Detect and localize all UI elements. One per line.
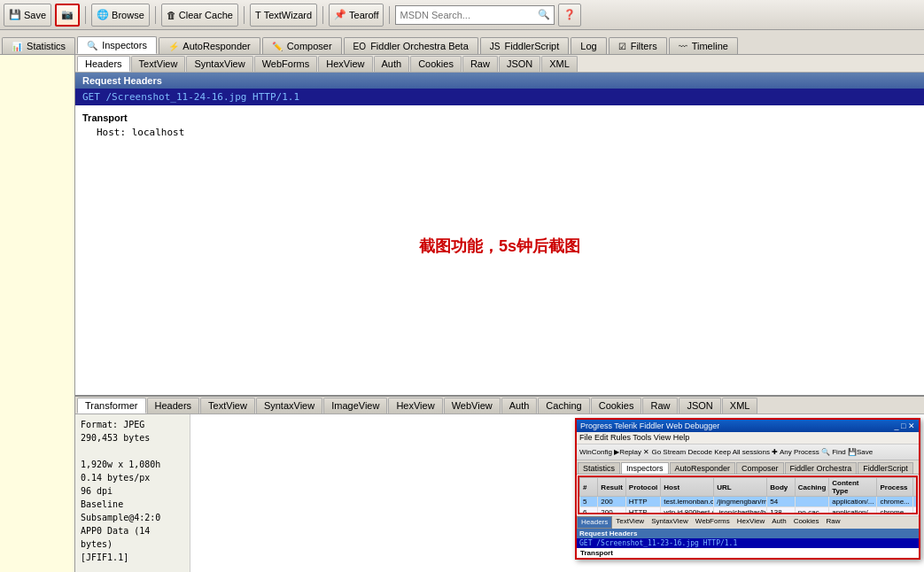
nested-tab-orchestra[interactable]: Fiddler Orchestra: [785, 462, 858, 474]
sub-tab-headers[interactable]: Headers: [77, 56, 130, 72]
nested-syntaxview-tab[interactable]: SyntaxView: [648, 516, 692, 529]
bottom-info-panel: Format: JPEG 290,453 bytes 1,920w x 1,08…: [75, 414, 190, 572]
bottom-panel: Transformer Headers TextView SyntaxView …: [75, 395, 924, 572]
filters-icon: ☑: [618, 42, 626, 51]
sub-tab-webforms[interactable]: WebForms: [254, 56, 318, 72]
sub-tab-cookies-bot[interactable]: Cookies: [591, 398, 642, 414]
nested-headers-tab[interactable]: Headers: [577, 516, 612, 529]
tab-timeline[interactable]: 〰 Timeline: [669, 37, 738, 54]
nested-fiddler-window: Progress Telerik Fiddler Web Debugger _ …: [575, 418, 920, 560]
nested-tab-autoresponder[interactable]: AutoResponder: [670, 462, 736, 474]
nested-tab-inspectors[interactable]: Inspectors: [621, 462, 669, 474]
sub-tab-raw[interactable]: Raw: [462, 56, 498, 72]
help-icon: ❓: [563, 9, 576, 20]
nested-webforms-tab[interactable]: WebForms: [692, 516, 734, 529]
sub-tab-xml[interactable]: XML: [541, 56, 578, 72]
info-line-11: [JFIF1.1]: [81, 551, 184, 564]
browse-icon: 🌐: [97, 9, 109, 20]
request-line: GET /Screenshot_11-24-16.jpg HTTP/1.1: [75, 89, 924, 105]
sub-tab-json-bot[interactable]: JSON: [679, 398, 720, 414]
timeline-icon: 〰: [679, 42, 687, 51]
autoresponder-icon: ⚡: [168, 42, 179, 51]
sub-tab-syntaxview-bot[interactable]: SyntaxView: [256, 398, 322, 414]
nested-tab-fiddlerscript[interactable]: FiddlerScript: [858, 462, 913, 474]
nested-main-area: # Result Protocol Host URL Body Caching: [577, 475, 919, 558]
sub-tab-cookies[interactable]: Cookies: [410, 56, 462, 72]
sub-tab-textview-bot[interactable]: TextView: [200, 398, 255, 414]
nested-req-line: GET /Screenshot_11-23-16.jpg HTTP/1.1: [577, 538, 919, 548]
tab-filters[interactable]: ☑ Filters: [609, 37, 667, 54]
watermark-area: 截图功能，5s钟后截图: [419, 236, 580, 257]
info-line-9: APP0 Data (14: [81, 524, 184, 537]
nested-tab-statistics[interactable]: Statistics: [578, 462, 620, 474]
help-button[interactable]: ❓: [558, 4, 581, 27]
nested-auth-tab[interactable]: Auth: [768, 516, 789, 529]
separator1: [85, 6, 86, 24]
tab-statistics[interactable]: 📊 Statistics: [2, 37, 75, 54]
clear-cache-button[interactable]: 🗑 Clear Cache: [161, 4, 238, 27]
nested-sessions-table: # Result Protocol Host URL Body Caching: [579, 477, 918, 514]
tab-composer[interactable]: ✏️ Composer: [262, 37, 342, 54]
tab-inspectors[interactable]: 🔍 Inspectors: [77, 36, 157, 54]
clear-cache-icon: 🗑: [167, 10, 176, 20]
sub-tab-raw-bot[interactable]: Raw: [642, 398, 678, 414]
sub-tab-json[interactable]: JSON: [499, 56, 540, 72]
request-headers-title: Request Headers: [75, 73, 924, 89]
transport-label: Transport: [82, 112, 917, 123]
textwizard-button[interactable]: T TextWizard: [250, 4, 317, 27]
nested-cookies-tab[interactable]: Cookies: [790, 516, 823, 529]
separator3: [244, 6, 245, 24]
search-icon: 🔍: [538, 9, 550, 20]
nested-sub-tab-bar: Headers TextView SyntaxView WebForms Hex…: [577, 516, 919, 529]
tab-autoresponder[interactable]: ⚡ AutoResponder: [159, 37, 260, 54]
search-input[interactable]: [400, 10, 538, 20]
nested-textview-tab[interactable]: TextView: [612, 516, 648, 529]
save-button[interactable]: 💾 Save: [4, 4, 51, 27]
statistics-icon: 📊: [12, 42, 22, 51]
table-row[interactable]: 5200HTTPtest.lemonban.com/jingmengban/mc…: [580, 497, 919, 507]
request-area-top: Request Headers GET /Screenshot_11-24-16…: [75, 73, 924, 395]
tearoff-button[interactable]: 📌 Tearoff: [329, 4, 384, 27]
sub-tab-hexview-bot[interactable]: HexView: [388, 398, 442, 414]
sub-tab-caching[interactable]: Caching: [538, 398, 589, 414]
nested-bottom-area: Headers TextView SyntaxView WebForms Hex…: [577, 515, 919, 558]
sub-tab-imageview[interactable]: ImageView: [323, 398, 387, 414]
sub-tab-hexview[interactable]: HexView: [318, 56, 372, 72]
nested-title: Progress Telerik Fiddler Web Debugger: [580, 421, 719, 430]
info-line-8: Subsample@4:2:0: [81, 511, 184, 524]
textwizard-icon: T: [255, 10, 261, 20]
sub-tab-transformer[interactable]: Transformer: [77, 398, 146, 414]
nested-raw-tab[interactable]: Raw: [823, 516, 844, 529]
sub-tab-auth[interactable]: Auth: [374, 56, 410, 72]
nested-hexview-tab[interactable]: HexView: [734, 516, 768, 529]
right-panel: Headers TextView SyntaxView WebForms Hex…: [75, 55, 924, 572]
table-row[interactable]: 6200HTTPvdn.id.800best.com.json/charthar…: [580, 507, 919, 515]
left-panel: [0, 55, 75, 572]
sub-tab-auth-bot[interactable]: Auth: [501, 398, 538, 414]
info-line-6: 96 dpi: [81, 484, 184, 498]
tab-fiddlerscript[interactable]: JS FiddlerScript: [480, 37, 569, 54]
camera-icon: 📷: [61, 9, 74, 20]
screenshot-button[interactable]: 📷: [55, 4, 80, 27]
tab-log[interactable]: Log: [571, 37, 606, 54]
info-line-3: [81, 444, 184, 458]
sub-tab-headers-bot[interactable]: Headers: [147, 398, 200, 414]
sub-tab-webview[interactable]: WebView: [444, 398, 501, 414]
inspectors-icon: 🔍: [87, 41, 97, 50]
tearoff-icon: 📌: [334, 9, 346, 20]
sub-tab-xml-bot[interactable]: XML: [722, 398, 758, 414]
nested-tab-composer[interactable]: Composer: [736, 462, 784, 474]
sub-tab-syntaxview[interactable]: SyntaxView: [186, 56, 252, 72]
nested-window-controls: _ □ ✕: [895, 421, 915, 430]
browse-button[interactable]: 🌐 Browse: [91, 4, 150, 27]
sub-tab-textview[interactable]: TextView: [131, 56, 186, 72]
search-box[interactable]: 🔍: [395, 5, 555, 25]
orchestra-icon: EO: [353, 42, 366, 51]
info-line-5: 0.14 bytes/px: [81, 471, 184, 484]
left-panel-content: [0, 55, 74, 572]
tab-orchestra[interactable]: EO Fiddler Orchestra Beta: [344, 37, 478, 54]
nested-transport: Transport: [577, 548, 919, 558]
separator4: [322, 6, 323, 24]
nested-menu-bar: File Edit Rules Tools View Help: [577, 432, 919, 444]
save-icon: 💾: [9, 9, 21, 20]
